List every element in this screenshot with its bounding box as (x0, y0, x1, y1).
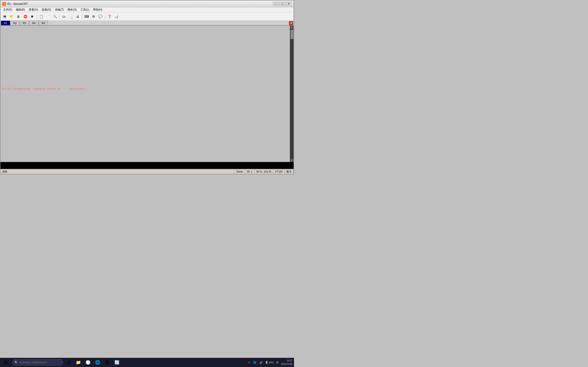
toolbar-sep-3 (82, 14, 82, 19)
tab-r2[interactable]: R2 (10, 21, 19, 25)
app-icon: S (2, 2, 6, 6)
toolbar-clone[interactable]: 🗂 (61, 14, 67, 19)
toolbar-paste[interactable]: 📄 (45, 14, 51, 19)
terminal-line: [Huawei-LoopBack1]ip ad (2, 75, 43, 79)
terminal-input-line[interactable] (0, 162, 294, 169)
status-ready: 就绪 (0, 169, 234, 174)
terminal-line: Jan 17 2021 18:35:24-08:00 Huawei %%01IF… (2, 115, 145, 119)
terminal-line: [Huawei]int (2, 63, 22, 67)
terminal-line: [Huawei]int LoopBack 0 (2, 47, 41, 50)
toolbar-log[interactable]: 📃 (68, 14, 74, 19)
terminal-line: IP on the interface GigabitEthernet0/0/0… (2, 119, 122, 123)
toolbar-help[interactable]: ❓ (106, 14, 112, 19)
terminal-line: [Huawei-GigabitEthernet0/0/0]q (2, 123, 56, 127)
terminal-line: [Huawei]int lo (2, 43, 27, 46)
scroll-down-arrow[interactable]: ▼ (290, 159, 294, 162)
toolbar-sep-4 (105, 14, 105, 19)
toolbar-connect[interactable]: 🖥 (15, 14, 22, 19)
terminal-line: [Huawei-LoopBack1]q (2, 95, 36, 99)
terminal-line: [Huawei-LoopBack0]q (2, 59, 36, 62)
toolbar-sep-1 (36, 14, 37, 19)
toolbar-sep-2 (59, 14, 60, 19)
scroll-up-arrow[interactable]: ▲ (290, 26, 294, 29)
tab-r4[interactable]: R4 (29, 21, 38, 25)
menu-tools[interactable]: 工具(L) (78, 7, 91, 12)
terminal-body: [Huawei] [Huawei] [Huawei] [Huawei]int l… (0, 26, 294, 162)
toolbar-find[interactable]: 🔍 (52, 14, 58, 19)
terminal-line: [Huawei-GigabitEthernet0/0/1]q (2, 152, 56, 155)
menu-help[interactable]: 帮助(H) (91, 7, 104, 12)
toolbar-keymap[interactable]: ⌨ (83, 14, 90, 19)
terminal-line: [Huawei-LoopBack1]ip address 192.168.1.4… (2, 79, 75, 83)
terminal-line: [Huawei-LoopBack0]ip address 192.168.1.3… (2, 55, 81, 58)
terminal-line: [Huawei-GigabitEthernet0/0/1]ip ad (2, 135, 63, 139)
terminal-line: [Huawei-GigabitEthernet0/0/0]ip address … (2, 111, 99, 115)
terminal-output[interactable]: [Huawei] [Huawei] [Huawei] [Huawei]int l… (0, 26, 290, 162)
terminal-line: [Huawei-LoopBack0]ip ad (2, 51, 43, 54)
window-title: R1 - SecureCRT (7, 2, 273, 6)
close-button[interactable]: ✕ (286, 2, 292, 6)
vertical-scrollbar[interactable]: ▲ ▼ (290, 26, 294, 162)
tab-r1[interactable]: R1 (1, 21, 10, 25)
status-protocol: Telnet (234, 169, 245, 174)
terminal-line: [Huawei] (2, 35, 16, 38)
terminal-line: [Huawei] (2, 39, 16, 42)
menu-options[interactable]: 选项(O) (40, 7, 53, 12)
terminal-line: [Huawei-GigabitEthernet0/0/1]ip address … (2, 140, 99, 143)
menu-file[interactable]: 文件(F) (1, 7, 14, 12)
status-bar: 就绪 Telnet 38, 1 38 行, 132 列 VT100 数字 (0, 169, 294, 174)
terminal-line: [Huawei]interface g0/0/0 (2, 103, 45, 107)
tab-bar: R1 R2 R3 R4 R5 ✕ (0, 21, 294, 26)
terminal-line: [Huawei] (9, 31, 23, 34)
toolbar-open[interactable]: 📂 (8, 14, 15, 19)
terminal-line: [Huawei]interface LoopBack 1 (2, 71, 52, 75)
title-bar: S R1 - SecureCRT ─ □ ✕ (0, 0, 294, 7)
scroll-thumb[interactable] (291, 30, 293, 39)
terminal-line: [Huawei] (2, 156, 16, 159)
maximize-button[interactable]: □ (279, 2, 285, 6)
status-cursor: 38, 1 (245, 169, 254, 174)
terminal-line: [Huawei]interface lo (2, 67, 38, 70)
menu-edit[interactable]: 编辑(E) (14, 7, 27, 12)
toolbar-new[interactable]: 💻 (1, 14, 8, 19)
terminal-line: [Huawei]int (2, 99, 22, 103)
menu-script[interactable]: 脚本(S) (66, 7, 78, 12)
toolbar: 💻 📂 🖥 ⛔ ✖ 📋 📄 🔍 🗂 📃 🖨 ⌨ ⚙ 💬 ❓ 📊 (0, 12, 294, 21)
status-mode: 数字 (285, 169, 294, 174)
tab-r3[interactable]: R3 (20, 21, 29, 25)
terminal-line: [Huawei-LoopBack1]ip address 192.168.1.4… (2, 91, 81, 95)
toolbar-settings[interactable]: ⚙ (90, 14, 97, 19)
tab-r5[interactable]: R5 (39, 21, 48, 25)
menu-bar: 文件(F) 编辑(E) 查看(V) 选项(O) 传输(T) 脚本(S) 工具(L… (0, 7, 294, 12)
close-all-tabs[interactable]: ✕ (289, 21, 293, 25)
terminal-line: Jan 17 2021 18:35:45-08:00 Huawei %%01IF… (2, 144, 145, 147)
menu-view[interactable]: 查看(V) (27, 7, 40, 12)
toolbar-delete[interactable]: ✖ (29, 14, 35, 19)
minimize-button[interactable]: ─ (273, 2, 279, 6)
terminal-line: [Huawei]interface g0/0/1 (2, 131, 45, 135)
terminal-line: IP on the interface GigabitEthernet0/0/1… (2, 148, 122, 151)
toolbar-extra[interactable]: 📊 (113, 14, 120, 19)
window-controls: ─ □ ✕ (273, 2, 292, 6)
terminal-line: Error:Incomplete command found at '`' po… (2, 87, 86, 91)
toolbar-chat[interactable]: 💬 (97, 14, 104, 19)
terminal-line: [Huawei]int (2, 127, 22, 131)
status-terminal: VT100 (273, 169, 285, 174)
status-position: 38 行, 132 列 (254, 169, 273, 174)
toolbar-copy[interactable]: 📋 (38, 14, 44, 19)
menu-transfer[interactable]: 传输(T) (53, 7, 66, 12)
toolbar-disconnect[interactable]: ⛔ (22, 14, 28, 19)
terminal-line: [Huawei-GigabitEthernet0/0/0]ip ad (2, 107, 63, 111)
toolbar-print[interactable]: 🖨 (74, 14, 81, 19)
